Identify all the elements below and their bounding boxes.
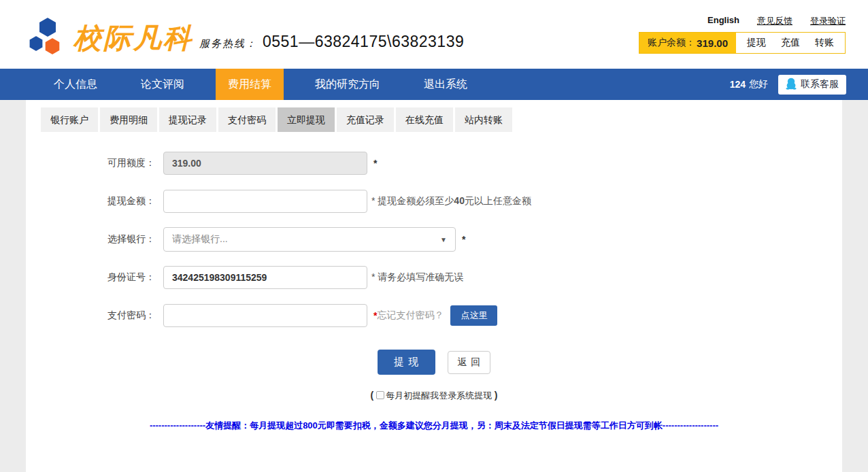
form-actions: 提 现 返 回 (26, 350, 842, 375)
page-header: 校际凡科 服务热线： 0551—63824175\63823139 Englis… (0, 0, 868, 69)
form-row-available: 可用额度： * (107, 151, 842, 175)
main-nav: 个人信息 论文评阅 费用结算 我的研究方向 退出系统 124 您好 联系客服 (0, 69, 868, 100)
tab-recharge-records[interactable]: 充值记录 (337, 107, 394, 132)
logo-hexagons-icon (27, 16, 67, 60)
tab-site-transfer[interactable]: 站内转账 (455, 107, 512, 132)
monthly-reminder-row: (每月初提醒我登录系统提现 ) (26, 390, 842, 402)
payment-password-label: 支付密码： (107, 309, 154, 322)
reminder-text-pre: 友情提醒：每月提现超过 (205, 420, 303, 431)
available-quota-field (163, 152, 367, 175)
tab-fee-details[interactable]: 费用明细 (100, 107, 157, 132)
nav-item-paper-review[interactable]: 论文评阅 (129, 69, 197, 100)
forgot-password-text: 忘记支付密码？ (377, 309, 444, 322)
contact-service-label: 联系客服 (801, 78, 839, 90)
form-row-id-number: 身份证号： * 请务必填写准确无误 (107, 265, 842, 290)
account-balance-value: 319.00 (697, 37, 728, 49)
account-balance: 账户余额： 319.00 (639, 33, 736, 53)
page-body: 银行账户 费用明细 提现记录 支付密码 立即提现 充值记录 在线充值 站内转账 … (0, 100, 868, 472)
tab-withdraw-records[interactable]: 提现记录 (159, 107, 216, 132)
required-star: * (462, 234, 465, 245)
bank-select-placeholder: 请选择银行... (172, 233, 228, 246)
bank-select[interactable]: 请选择银行... ▼ (163, 227, 456, 252)
qq-penguin-icon (786, 78, 797, 92)
bank-select-label: 选择银行： (107, 233, 154, 246)
withdraw-form: 可用额度： * 提现金额： * 提现金额必须至少40元以上任意金额 选择银行： … (26, 151, 842, 432)
id-number-note: * 请务必填写准确无误 (371, 271, 463, 284)
monthly-reminder-checkbox[interactable] (376, 391, 384, 399)
monthly-reminder-label: 每月初提醒我登录系统提现 (386, 390, 492, 401)
quick-link-transfer[interactable]: 转账 (815, 37, 834, 49)
available-quota-label: 可用额度： (107, 157, 154, 169)
required-star: * (373, 158, 377, 169)
greeting-text: 您好 (749, 78, 768, 90)
tab-bank-account[interactable]: 银行账户 (41, 107, 98, 132)
paren-close: ) (495, 390, 498, 401)
reminder-dashes-left: ------------------- (150, 420, 205, 431)
back-button[interactable]: 返 回 (448, 351, 490, 374)
logo[interactable]: 校际凡科 (27, 16, 193, 60)
logo-text: 校际凡科 (73, 24, 193, 52)
withdraw-amount-field[interactable] (163, 190, 367, 213)
payment-password-field[interactable] (163, 304, 367, 327)
contact-service-button[interactable]: 联系客服 (778, 75, 846, 95)
tab-online-recharge[interactable]: 在线充值 (396, 107, 453, 132)
form-row-amount: 提现金额： * 提现金额必须至少40元以上任意金额 (107, 189, 842, 214)
chevron-down-icon: ▼ (440, 236, 447, 243)
nav-item-personal-info[interactable]: 个人信息 (41, 69, 110, 100)
nav-item-research-direction[interactable]: 我的研究方向 (303, 69, 393, 100)
balance-quick-links: 提现 充值 转账 (736, 33, 845, 53)
amount-note: * 提现金额必须至少40元以上任意金额 (371, 195, 531, 207)
tab-withdraw-now[interactable]: 立即提现 (278, 107, 335, 132)
service-hotline: 服务热线： 0551—63824175\63823139 (199, 33, 464, 51)
form-row-password: 支付密码： * 忘记支付密码？ 点这里 (107, 303, 842, 328)
account-balance-label: 账户余额： (648, 37, 695, 49)
reminder-text-post: 元即需要扣税，金额多建议您分月提现，另：周末及法定节假日提现需等工作日方可到帐 (318, 420, 663, 431)
nav-item-fee-settlement[interactable]: 费用结算 (216, 69, 284, 100)
top-links: English 意见反馈 登录验证 (707, 15, 846, 27)
user-id: 124 (730, 79, 746, 90)
nav-item-logout[interactable]: 退出系统 (412, 69, 480, 100)
reminder-amount: 800 (303, 420, 318, 431)
id-number-label: 身份证号： (107, 271, 154, 284)
quick-link-recharge[interactable]: 充值 (781, 37, 800, 49)
tab-payment-password[interactable]: 支付密码 (218, 107, 276, 132)
top-link-english[interactable]: English (707, 15, 739, 27)
paren-open: ( (371, 390, 374, 401)
top-link-feedback[interactable]: 意见反馈 (757, 15, 792, 27)
form-row-bank: 选择银行： 请选择银行... ▼ * (107, 227, 842, 252)
friendly-reminder: -------------------友情提醒：每月提现超过800元即需要扣税，… (26, 420, 842, 432)
withdraw-button[interactable]: 提 现 (378, 350, 435, 375)
forgot-password-button[interactable]: 点这里 (450, 305, 497, 326)
content-card: 银行账户 费用明细 提现记录 支付密码 立即提现 充值记录 在线充值 站内转账 … (26, 100, 842, 472)
id-number-field[interactable] (163, 266, 367, 289)
nav-user-area: 124 您好 联系客服 (730, 69, 846, 100)
account-balance-box: 账户余额： 319.00 提现 充值 转账 (639, 32, 846, 54)
quick-link-withdraw[interactable]: 提现 (747, 37, 766, 49)
hotline-label: 服务热线： (199, 37, 257, 50)
hotline-number: 0551—63824175\63823139 (263, 33, 464, 51)
withdraw-amount-label: 提现金额： (107, 195, 154, 207)
reminder-dashes-right: ------------------- (663, 420, 718, 431)
settlement-tabs: 银行账户 费用明细 提现记录 支付密码 立即提现 充值记录 在线充值 站内转账 (41, 107, 842, 132)
top-link-login-verify[interactable]: 登录验证 (810, 15, 846, 27)
